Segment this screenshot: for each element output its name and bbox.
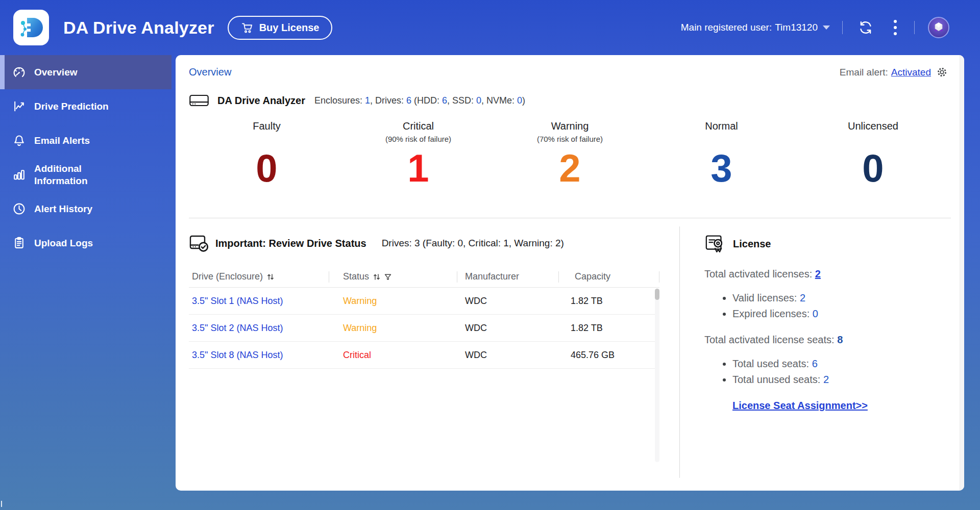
- license-icon: [704, 233, 726, 254]
- card-header-row: Overview Email alert: Activated: [176, 55, 964, 79]
- manufacturer-cell: WDC: [457, 350, 558, 361]
- summary-title: DA Drive Analyzer: [217, 95, 305, 107]
- unused-seats-value: 2: [823, 374, 829, 385]
- stat-label: Normal: [646, 120, 797, 134]
- table-scrollbar-track: [655, 289, 659, 462]
- buy-license-label: Buy License: [259, 22, 320, 34]
- hdd-icon: [189, 93, 209, 108]
- valid-licenses-value: 2: [800, 292, 805, 303]
- app-header: DA Drive Analyzer Buy License Main regis…: [0, 0, 980, 55]
- column-header-drive[interactable]: Drive (Enclosure): [189, 266, 329, 287]
- license-seat-assignment-link[interactable]: License Seat Assignment>>: [732, 400, 868, 412]
- gear-icon[interactable]: [936, 66, 948, 78]
- stat-value: 0: [797, 149, 949, 188]
- ssd-count: 0: [476, 95, 481, 106]
- email-alert-status-link[interactable]: Activated: [891, 67, 931, 78]
- sort-icon[interactable]: [373, 273, 381, 281]
- column-header-status[interactable]: Status: [329, 266, 457, 287]
- registered-user-label: Main registered user:: [681, 22, 772, 33]
- capacity-cell: 1.82 TB: [558, 296, 659, 307]
- buy-license-button[interactable]: Buy License: [228, 16, 333, 40]
- caret-down-icon: [823, 26, 830, 30]
- stat-unlicensed: Unlicensed 0: [797, 120, 949, 206]
- drive-check-icon: [189, 233, 209, 253]
- drive-link[interactable]: 3.5" Slot 8 (NAS Host): [192, 350, 283, 360]
- license-breakdown-list: Valid licenses: 2 Expired licenses: 0: [704, 290, 964, 322]
- table-row: 3.5" Slot 8 (NAS Host) Critical WDC 465.…: [189, 342, 659, 369]
- column-header-capacity: Capacity: [558, 266, 659, 287]
- refresh-button[interactable]: [858, 20, 873, 35]
- registered-user-name: Tim13120: [775, 22, 818, 33]
- sidebar-item-upload-logs[interactable]: Upload Logs: [0, 226, 172, 260]
- sidebar-item-drive-prediction[interactable]: Drive Prediction: [0, 89, 172, 123]
- nvme-count: 0: [517, 95, 522, 106]
- app-logo-icon: [13, 10, 49, 45]
- total-licenses-line: Total activated licenses: 2: [704, 268, 964, 280]
- summary-row: DA Drive Analyzer Enclosures: 1, Drives:…: [176, 92, 964, 109]
- table-scrollbar-thumb[interactable]: [655, 289, 659, 300]
- drive-link[interactable]: 3.5" Slot 2 (NAS Host): [192, 323, 283, 333]
- used-seats-value: 6: [812, 358, 818, 369]
- user-avatar-gem-icon: [932, 20, 946, 35]
- table-row: 3.5" Slot 2 (NAS Host) Warning WDC 1.82 …: [189, 315, 659, 342]
- breadcrumb: Overview: [189, 66, 231, 78]
- expired-licenses-value: 0: [813, 308, 818, 319]
- drive-status-summary: Drives: 3 (Faulty: 0, Critical: 1, Warni…: [382, 238, 564, 249]
- drive-status-section: Important: Review Drive Status Drives: 3…: [176, 218, 680, 490]
- total-seats-value: 8: [837, 334, 843, 345]
- email-alert-config: Email alert: Activated: [840, 66, 948, 78]
- content-card: Overview Email alert: Activated: [176, 55, 964, 491]
- sort-icon[interactable]: [266, 273, 275, 281]
- stat-sublabel: (70% risk of failure): [494, 135, 646, 147]
- capacity-cell: 1.82 TB: [558, 323, 659, 334]
- registered-user-menu[interactable]: Main registered user: Tim13120: [681, 22, 830, 33]
- stat-value: 2: [494, 149, 646, 188]
- hdd-count: 6: [442, 95, 447, 106]
- status-text: Critical: [343, 350, 371, 360]
- drive-status-header: Important: Review Drive Status Drives: 3…: [189, 234, 680, 253]
- stat-label: Critical: [342, 120, 494, 134]
- stat-normal: Normal 3: [646, 120, 797, 206]
- filter-icon[interactable]: [384, 273, 391, 280]
- stat-sublabel: (90% risk of failure): [342, 135, 494, 147]
- sidebar-item-alert-history[interactable]: Alert History: [0, 192, 172, 226]
- stat-label: Faulty: [191, 120, 342, 134]
- stat-sublabel: [646, 135, 797, 147]
- stat-label: Unlicensed: [797, 120, 949, 134]
- license-header: License: [704, 234, 964, 254]
- stat-sublabel: [191, 135, 342, 147]
- lower-panes: Important: Review Drive Status Drives: 3…: [176, 218, 964, 490]
- stat-sublabel: [797, 135, 949, 147]
- sidebar-item-overview[interactable]: Overview: [0, 55, 172, 89]
- sidebar-item-additional-information[interactable]: Additional Information: [0, 158, 172, 192]
- table-header-row: Drive (Enclosure) Status: [189, 266, 659, 288]
- header-divider: [914, 21, 915, 34]
- email-alert-label: Email alert:: [840, 67, 888, 78]
- list-item: Total unused seats: 2: [719, 372, 964, 388]
- app-title: DA Drive Analyzer: [63, 18, 214, 38]
- sidebar-item-label: Overview: [34, 66, 78, 79]
- stat-warning: Warning (70% risk of failure) 2: [494, 120, 646, 206]
- stat-value: 1: [342, 149, 494, 188]
- enclosures-count: 1: [365, 95, 370, 106]
- clock-icon: [12, 202, 26, 216]
- clipboard-icon: [12, 236, 26, 250]
- total-licenses-link[interactable]: 2: [815, 268, 821, 279]
- drive-link[interactable]: 3.5" Slot 1 (NAS Host): [192, 296, 283, 306]
- more-options-button[interactable]: [889, 19, 902, 36]
- list-item: Total used seats: 6: [719, 356, 964, 372]
- cart-icon: [241, 21, 254, 34]
- user-avatar-button[interactable]: [928, 17, 949, 38]
- refresh-icon: [858, 20, 873, 35]
- sidebar-item-email-alerts[interactable]: Email Alerts: [0, 123, 172, 158]
- card-scrollbar-track: [960, 55, 964, 491]
- list-item: Expired licenses: 0: [719, 306, 964, 322]
- capacity-cell: 465.76 GB: [558, 350, 659, 361]
- sidebar-item-label: Email Alerts: [34, 135, 90, 147]
- seats-breakdown-list: Total used seats: 6 Total unused seats: …: [704, 356, 964, 388]
- sidebar: Overview Drive Prediction Email Alerts: [0, 55, 172, 510]
- total-seats-line: Total activated license seats: 8: [704, 334, 964, 346]
- sidebar-item-label: Additional Information: [34, 163, 125, 187]
- manufacturer-cell: WDC: [457, 323, 558, 334]
- column-header-manufacturer: Manufacturer: [457, 266, 558, 287]
